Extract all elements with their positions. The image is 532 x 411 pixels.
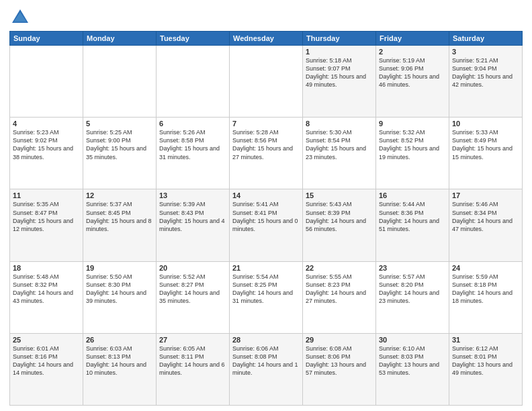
cell-text: Sunrise: 6:10 AM Sunset: 8:03 PM Dayligh…: [379, 345, 446, 377]
logo-icon: [9, 7, 31, 28]
cell-text: Sunrise: 5:37 AM Sunset: 8:45 PM Dayligh…: [86, 200, 153, 233]
cell-text: Sunrise: 5:55 AM Sunset: 8:23 PM Dayligh…: [306, 273, 373, 306]
day-cell: 10Sunrise: 5:33 AM Sunset: 8:49 PM Dayli…: [449, 118, 523, 189]
cell-text: Sunrise: 5:23 AM Sunset: 9:02 PM Dayligh…: [13, 128, 80, 161]
day-cell: 18Sunrise: 5:48 AM Sunset: 8:32 PM Dayli…: [10, 261, 83, 333]
day-cell: 16Sunrise: 5:44 AM Sunset: 8:36 PM Dayli…: [376, 189, 449, 261]
cell-text: Sunrise: 5:19 AM Sunset: 9:06 PM Dayligh…: [379, 56, 446, 89]
cell-text: Sunrise: 5:32 AM Sunset: 8:52 PM Dayligh…: [379, 128, 446, 161]
weekday-wednesday: Wednesday: [230, 32, 303, 46]
week-row-3: 11Sunrise: 5:35 AM Sunset: 8:47 PM Dayli…: [10, 189, 523, 261]
cell-text: Sunrise: 5:50 AM Sunset: 8:30 PM Dayligh…: [86, 273, 153, 306]
cell-text: Sunrise: 5:21 AM Sunset: 9:04 PM Dayligh…: [452, 56, 519, 89]
cell-text: Sunrise: 5:44 AM Sunset: 8:36 PM Dayligh…: [379, 200, 446, 233]
cell-text: Sunrise: 6:08 AM Sunset: 8:06 PM Dayligh…: [306, 345, 373, 377]
day-cell: 2Sunrise: 5:19 AM Sunset: 9:06 PM Daylig…: [376, 46, 449, 118]
day-cell: 4Sunrise: 5:23 AM Sunset: 9:02 PM Daylig…: [10, 118, 83, 189]
week-row-4: 18Sunrise: 5:48 AM Sunset: 8:32 PM Dayli…: [10, 261, 523, 333]
cell-text: Sunrise: 5:46 AM Sunset: 8:34 PM Dayligh…: [452, 200, 519, 233]
cell-text: Sunrise: 5:57 AM Sunset: 8:20 PM Dayligh…: [379, 273, 446, 306]
day-number: 10: [452, 120, 519, 128]
day-cell: 21Sunrise: 5:54 AM Sunset: 8:25 PM Dayli…: [230, 261, 303, 333]
day-number: 26: [86, 336, 153, 344]
cell-text: Sunrise: 5:52 AM Sunset: 8:27 PM Dayligh…: [159, 273, 226, 306]
day-cell: 28Sunrise: 6:06 AM Sunset: 8:08 PM Dayli…: [230, 333, 303, 405]
cell-text: Sunrise: 5:30 AM Sunset: 8:54 PM Dayligh…: [306, 128, 373, 161]
day-number: 5: [86, 120, 153, 128]
day-cell: 7Sunrise: 5:28 AM Sunset: 8:56 PM Daylig…: [230, 118, 303, 189]
day-number: 18: [13, 264, 80, 272]
cell-text: Sunrise: 5:28 AM Sunset: 8:56 PM Dayligh…: [232, 128, 300, 161]
day-number: 25: [13, 336, 80, 344]
day-cell: 1Sunrise: 5:18 AM Sunset: 9:07 PM Daylig…: [303, 46, 376, 118]
weekday-saturday: Saturday: [449, 32, 523, 46]
day-number: 28: [232, 336, 300, 344]
day-number: 8: [306, 120, 373, 128]
cell-text: Sunrise: 6:06 AM Sunset: 8:08 PM Dayligh…: [232, 345, 300, 377]
cell-text: Sunrise: 5:59 AM Sunset: 8:18 PM Dayligh…: [452, 273, 519, 306]
cell-text: Sunrise: 5:18 AM Sunset: 9:07 PM Dayligh…: [306, 56, 373, 89]
day-cell: 23Sunrise: 5:57 AM Sunset: 8:20 PM Dayli…: [376, 261, 449, 333]
day-number: 29: [306, 336, 373, 344]
day-number: 23: [379, 264, 446, 272]
cell-text: Sunrise: 5:26 AM Sunset: 8:58 PM Dayligh…: [159, 128, 226, 161]
day-cell: 20Sunrise: 5:52 AM Sunset: 8:27 PM Dayli…: [157, 261, 230, 333]
day-cell: 24Sunrise: 5:59 AM Sunset: 8:18 PM Dayli…: [449, 261, 523, 333]
day-number: 12: [86, 191, 153, 199]
day-cell: 9Sunrise: 5:32 AM Sunset: 8:52 PM Daylig…: [376, 118, 449, 189]
week-row-1: 1Sunrise: 5:18 AM Sunset: 9:07 PM Daylig…: [10, 46, 523, 118]
week-row-5: 25Sunrise: 6:01 AM Sunset: 8:16 PM Dayli…: [10, 333, 523, 405]
day-number: 7: [232, 120, 300, 128]
cell-text: Sunrise: 5:25 AM Sunset: 9:00 PM Dayligh…: [86, 128, 153, 161]
day-cell: 14Sunrise: 5:41 AM Sunset: 8:41 PM Dayli…: [230, 189, 303, 261]
day-cell: [10, 46, 83, 118]
cell-text: Sunrise: 5:35 AM Sunset: 8:47 PM Dayligh…: [13, 200, 80, 233]
cell-text: Sunrise: 5:54 AM Sunset: 8:25 PM Dayligh…: [232, 273, 300, 306]
cell-text: Sunrise: 5:39 AM Sunset: 8:43 PM Dayligh…: [159, 200, 226, 233]
day-cell: 25Sunrise: 6:01 AM Sunset: 8:16 PM Dayli…: [10, 333, 83, 405]
day-number: 21: [232, 264, 300, 272]
day-cell: 11Sunrise: 5:35 AM Sunset: 8:47 PM Dayli…: [10, 189, 83, 261]
cell-text: Sunrise: 6:01 AM Sunset: 8:16 PM Dayligh…: [13, 345, 80, 377]
top-section: [9, 7, 523, 28]
weekday-header-row: SundayMondayTuesdayWednesdayThursdayFrid…: [10, 32, 523, 46]
day-number: 31: [452, 336, 519, 344]
day-cell: 6Sunrise: 5:26 AM Sunset: 8:58 PM Daylig…: [157, 118, 230, 189]
weekday-thursday: Thursday: [303, 32, 376, 46]
day-number: 13: [159, 191, 226, 199]
cell-text: Sunrise: 5:41 AM Sunset: 8:41 PM Dayligh…: [232, 200, 300, 233]
day-number: 22: [306, 264, 373, 272]
day-number: 6: [159, 120, 226, 128]
day-cell: [230, 46, 303, 118]
cell-text: Sunrise: 6:12 AM Sunset: 8:01 PM Dayligh…: [452, 345, 519, 377]
day-cell: 13Sunrise: 5:39 AM Sunset: 8:43 PM Dayli…: [157, 189, 230, 261]
day-cell: 31Sunrise: 6:12 AM Sunset: 8:01 PM Dayli…: [449, 333, 523, 405]
day-cell: 22Sunrise: 5:55 AM Sunset: 8:23 PM Dayli…: [303, 261, 376, 333]
day-number: 9: [379, 120, 446, 128]
day-number: 16: [379, 191, 446, 199]
weekday-tuesday: Tuesday: [157, 32, 230, 46]
day-cell: 8Sunrise: 5:30 AM Sunset: 8:54 PM Daylig…: [303, 118, 376, 189]
cell-text: Sunrise: 6:03 AM Sunset: 8:13 PM Dayligh…: [86, 345, 153, 377]
day-cell: 26Sunrise: 6:03 AM Sunset: 8:13 PM Dayli…: [83, 333, 157, 405]
day-cell: 19Sunrise: 5:50 AM Sunset: 8:30 PM Dayli…: [83, 261, 157, 333]
day-number: 4: [13, 120, 80, 128]
day-cell: 12Sunrise: 5:37 AM Sunset: 8:45 PM Dayli…: [83, 189, 157, 261]
cell-text: Sunrise: 6:05 AM Sunset: 8:11 PM Dayligh…: [159, 345, 226, 377]
day-number: 1: [306, 48, 373, 56]
cell-text: Sunrise: 5:33 AM Sunset: 8:49 PM Dayligh…: [452, 128, 519, 161]
day-number: 24: [452, 264, 519, 272]
day-number: 2: [379, 48, 446, 56]
day-number: 14: [232, 191, 300, 199]
day-cell: [83, 46, 157, 118]
week-row-2: 4Sunrise: 5:23 AM Sunset: 9:02 PM Daylig…: [10, 118, 523, 189]
day-number: 20: [159, 264, 226, 272]
weekday-sunday: Sunday: [10, 32, 83, 46]
day-cell: 27Sunrise: 6:05 AM Sunset: 8:11 PM Dayli…: [157, 333, 230, 405]
day-cell: 17Sunrise: 5:46 AM Sunset: 8:34 PM Dayli…: [449, 189, 523, 261]
calendar-table: SundayMondayTuesdayWednesdayThursdayFrid…: [9, 31, 523, 406]
day-cell: 5Sunrise: 5:25 AM Sunset: 9:00 PM Daylig…: [83, 118, 157, 189]
day-number: 27: [159, 336, 226, 344]
day-cell: 30Sunrise: 6:10 AM Sunset: 8:03 PM Dayli…: [376, 333, 449, 405]
day-cell: 29Sunrise: 6:08 AM Sunset: 8:06 PM Dayli…: [303, 333, 376, 405]
